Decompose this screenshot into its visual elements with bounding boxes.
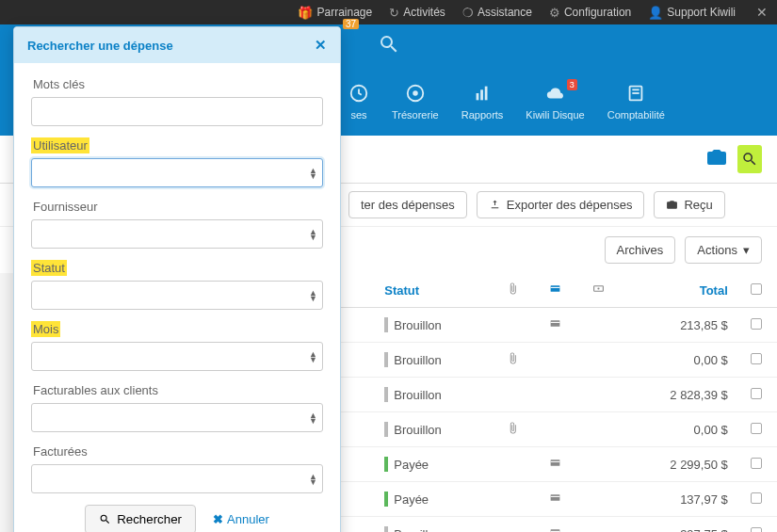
btn-label: Rechercher <box>117 512 182 526</box>
supplier-select[interactable] <box>31 219 323 249</box>
label-invoiced: Facturées <box>31 443 89 459</box>
status-bar-icon <box>384 352 388 367</box>
card-icon <box>549 492 561 507</box>
cell-cash <box>577 517 621 533</box>
col-total[interactable]: Total <box>620 273 735 308</box>
topnav-label: Parrainage <box>316 6 372 19</box>
cell-check[interactable] <box>736 447 777 482</box>
cell-status: Brouillon <box>377 378 491 412</box>
cell-clip <box>491 517 534 533</box>
col-checkbox[interactable] <box>736 273 777 308</box>
topnav-assistance[interactable]: ❍Assistance <box>462 6 532 20</box>
keywords-input[interactable] <box>31 97 323 126</box>
nav-label: Comptabilité <box>607 109 665 121</box>
receipt-button[interactable]: Reçu <box>654 191 724 218</box>
label-month: Mois <box>31 321 60 337</box>
cell-status: Payée <box>377 447 491 482</box>
cell-check[interactable] <box>736 482 777 517</box>
col-card-icon[interactable] <box>534 273 577 308</box>
status-bar-icon <box>384 387 388 402</box>
nav-rapports[interactable]: Rapports <box>461 83 504 121</box>
label-keywords: Mots clés <box>31 76 87 92</box>
close-icon[interactable]: ✕ <box>756 5 768 20</box>
cell-card <box>534 343 577 378</box>
search-button[interactable]: Rechercher <box>85 505 196 532</box>
invoiced-select[interactable] <box>31 464 323 493</box>
spinner-icon[interactable]: ▲▼ <box>309 229 317 240</box>
archives-button[interactable]: Archives <box>605 236 676 264</box>
btn-label: Reçu <box>684 198 712 212</box>
svg-rect-4 <box>480 89 483 100</box>
spinner-icon[interactable]: ▲▼ <box>309 351 317 363</box>
spinner-icon[interactable]: ▲▼ <box>309 290 317 301</box>
cell-total: 0,00 $ <box>620 343 735 378</box>
btn-label: ter des dépenses <box>361 198 455 212</box>
cell-card <box>534 517 577 533</box>
cell-clip <box>491 308 534 343</box>
cell-cash <box>577 343 621 378</box>
cell-card <box>534 412 577 447</box>
cell-total: 2 828,39 $ <box>620 378 735 412</box>
nav-tresorerie[interactable]: Trésorerie <box>392 83 439 121</box>
nav-comptabilite[interactable]: Comptabilité <box>607 83 665 121</box>
svg-rect-10 <box>551 287 560 288</box>
btn-label: Actions <box>697 243 737 257</box>
cell-cash <box>577 482 621 517</box>
export-expenses-button[interactable]: Exporter des dépenses <box>477 191 645 218</box>
month-select[interactable] <box>31 342 323 371</box>
cell-clip <box>491 482 534 517</box>
import-expenses-button[interactable]: ter des dépenses <box>348 191 467 218</box>
cell-cash <box>577 308 621 343</box>
billable-select[interactable] <box>31 403 323 432</box>
camera-icon[interactable] <box>705 146 728 173</box>
cell-check[interactable] <box>736 343 777 378</box>
svg-rect-3 <box>477 93 479 100</box>
cell-check[interactable] <box>736 308 777 343</box>
search-icon[interactable] <box>378 33 400 60</box>
status-bar-icon <box>384 492 388 507</box>
col-attachment-icon[interactable] <box>491 273 534 308</box>
svg-rect-18 <box>551 496 560 497</box>
cell-card <box>534 482 577 517</box>
cell-status: Brouillon <box>377 517 491 533</box>
paperclip-icon <box>507 423 519 437</box>
user-select[interactable] <box>31 158 323 187</box>
search-expense-modal: Rechercher une dépense ✕ Mots clés Utili… <box>13 26 341 532</box>
cell-clip <box>491 412 534 447</box>
col-cash-icon[interactable] <box>577 273 621 308</box>
svg-point-2 <box>413 90 418 96</box>
nav-label: Kiwili Disque <box>526 109 584 121</box>
cell-status: Brouillon <box>377 343 491 378</box>
topnav-support[interactable]: 👤Support Kiwili <box>648 6 736 20</box>
cell-check[interactable] <box>736 517 777 533</box>
cell-status: Payée <box>377 482 491 517</box>
status-select[interactable] <box>31 281 323 310</box>
nav-disque[interactable]: 3 Kiwili Disque <box>526 83 584 121</box>
search-highlight-icon[interactable] <box>737 145 762 173</box>
cell-check[interactable] <box>736 412 777 447</box>
topnav-activites[interactable]: ↻Activités <box>389 6 445 20</box>
topnav-label: Assistance <box>478 6 532 19</box>
svg-rect-13 <box>551 320 560 327</box>
status-bar-icon <box>384 317 388 332</box>
spinner-icon[interactable]: ▲▼ <box>309 412 317 424</box>
spinner-icon[interactable]: ▲▼ <box>309 168 317 179</box>
label-status: Statut <box>31 260 67 276</box>
nav-depenses[interactable]: ses <box>348 83 369 121</box>
actions-dropdown[interactable]: Actions ▾ <box>685 236 762 264</box>
topnav-configuration[interactable]: ⚙Configuration <box>549 6 631 20</box>
svg-rect-9 <box>551 285 560 292</box>
link-label: Annuler <box>227 512 269 526</box>
status-bar-icon <box>384 526 388 532</box>
cancel-link[interactable]: ✖Annuler <box>213 512 269 526</box>
cell-check[interactable] <box>736 378 777 412</box>
topnav-parrainage[interactable]: 🎁Parrainage <box>298 6 372 20</box>
cell-status: Brouillon <box>377 308 491 343</box>
spinner-icon[interactable]: ▲▼ <box>309 474 317 485</box>
col-status[interactable]: Statut <box>377 273 491 308</box>
modal-close-icon[interactable]: ✕ <box>315 37 327 54</box>
svg-rect-15 <box>551 459 560 466</box>
cell-card <box>534 447 577 482</box>
topnav-label: Activités <box>403 6 445 19</box>
cell-clip <box>491 378 534 412</box>
